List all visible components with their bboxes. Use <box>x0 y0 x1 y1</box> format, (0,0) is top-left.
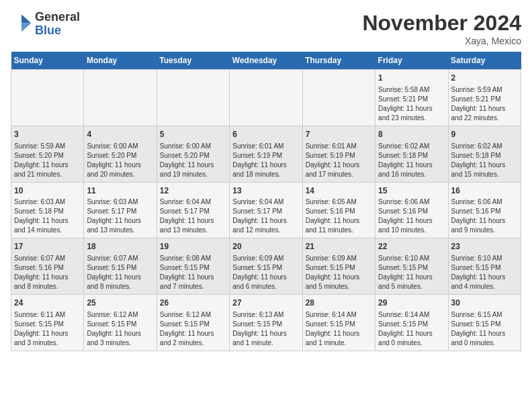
calendar-cell: 20Sunrise: 6:09 AM Sunset: 5:15 PM Dayli… <box>230 238 302 295</box>
page-header: General Blue November 2024 Xaya, Mexico <box>11 11 521 46</box>
day-number: 13 <box>232 185 299 197</box>
calendar-cell: 5Sunrise: 6:00 AM Sunset: 5:20 PM Daylig… <box>157 126 229 182</box>
day-content: Sunrise: 6:09 AM Sunset: 5:15 PM Dayligh… <box>232 254 299 291</box>
logo: General Blue <box>11 11 80 38</box>
day-content: Sunrise: 6:05 AM Sunset: 5:16 PM Dayligh… <box>306 197 372 235</box>
calendar-cell: 2Sunrise: 5:59 AM Sunset: 5:21 PM Daylig… <box>448 70 521 126</box>
day-number: 2 <box>451 73 518 84</box>
weekday-header-sunday: Sunday <box>11 52 84 70</box>
day-number: 28 <box>306 298 372 309</box>
day-number: 24 <box>14 298 81 309</box>
calendar-header: SundayMondayTuesdayWednesdayThursdayFrid… <box>11 52 521 70</box>
calendar-cell: 3Sunrise: 5:59 AM Sunset: 5:20 PM Daylig… <box>11 126 84 182</box>
month-title: November 2024 <box>362 11 521 36</box>
calendar-cell: 24Sunrise: 6:11 AM Sunset: 5:15 PM Dayli… <box>11 295 84 351</box>
logo-text: General Blue <box>35 11 80 38</box>
day-content: Sunrise: 5:58 AM Sunset: 5:21 PM Dayligh… <box>378 85 445 123</box>
day-number: 5 <box>160 129 226 140</box>
calendar-cell: 26Sunrise: 6:12 AM Sunset: 5:15 PM Dayli… <box>157 295 229 351</box>
day-content: Sunrise: 6:03 AM Sunset: 5:17 PM Dayligh… <box>87 197 153 235</box>
day-content: Sunrise: 6:10 AM Sunset: 5:15 PM Dayligh… <box>378 254 445 291</box>
calendar-cell: 8Sunrise: 6:02 AM Sunset: 5:18 PM Daylig… <box>375 126 448 182</box>
day-content: Sunrise: 6:07 AM Sunset: 5:16 PM Dayligh… <box>14 254 81 291</box>
day-content: Sunrise: 6:11 AM Sunset: 5:15 PM Dayligh… <box>14 310 81 348</box>
day-number: 21 <box>306 241 372 253</box>
calendar-body: 1Sunrise: 5:58 AM Sunset: 5:21 PM Daylig… <box>11 70 521 351</box>
day-content: Sunrise: 6:15 AM Sunset: 5:15 PM Dayligh… <box>451 310 518 348</box>
calendar-cell: 29Sunrise: 6:14 AM Sunset: 5:15 PM Dayli… <box>375 295 448 351</box>
calendar-cell: 18Sunrise: 6:07 AM Sunset: 5:15 PM Dayli… <box>84 238 157 295</box>
calendar-cell <box>157 70 229 126</box>
day-number: 9 <box>451 129 518 140</box>
day-number: 14 <box>306 185 372 197</box>
day-content: Sunrise: 6:14 AM Sunset: 5:15 PM Dayligh… <box>378 310 445 348</box>
day-content: Sunrise: 6:03 AM Sunset: 5:18 PM Dayligh… <box>14 197 81 235</box>
calendar-cell: 6Sunrise: 6:01 AM Sunset: 5:19 PM Daylig… <box>230 126 302 182</box>
day-number: 10 <box>14 185 81 197</box>
calendar-cell: 17Sunrise: 6:07 AM Sunset: 5:16 PM Dayli… <box>11 238 84 295</box>
day-number: 18 <box>87 241 153 253</box>
calendar-cell: 28Sunrise: 6:14 AM Sunset: 5:15 PM Dayli… <box>302 295 375 351</box>
calendar-cell: 14Sunrise: 6:05 AM Sunset: 5:16 PM Dayli… <box>302 182 375 238</box>
calendar-cell: 7Sunrise: 6:01 AM Sunset: 5:19 PM Daylig… <box>302 126 375 182</box>
weekday-header-wednesday: Wednesday <box>230 52 302 70</box>
calendar-week-0: 1Sunrise: 5:58 AM Sunset: 5:21 PM Daylig… <box>11 70 521 126</box>
calendar-week-4: 24Sunrise: 6:11 AM Sunset: 5:15 PM Dayli… <box>11 295 521 351</box>
weekday-header-thursday: Thursday <box>302 52 375 70</box>
calendar-cell: 10Sunrise: 6:03 AM Sunset: 5:18 PM Dayli… <box>11 182 84 238</box>
weekday-header-monday: Monday <box>84 52 157 70</box>
calendar-week-3: 17Sunrise: 6:07 AM Sunset: 5:16 PM Dayli… <box>11 238 521 295</box>
calendar-week-2: 10Sunrise: 6:03 AM Sunset: 5:18 PM Dayli… <box>11 182 521 238</box>
weekday-header-saturday: Saturday <box>448 52 521 70</box>
calendar-cell: 1Sunrise: 5:58 AM Sunset: 5:21 PM Daylig… <box>375 70 448 126</box>
day-number: 26 <box>160 298 226 309</box>
day-number: 29 <box>378 298 445 309</box>
day-number: 7 <box>306 129 372 140</box>
day-content: Sunrise: 6:06 AM Sunset: 5:16 PM Dayligh… <box>451 197 518 235</box>
calendar-cell: 11Sunrise: 6:03 AM Sunset: 5:17 PM Dayli… <box>84 182 157 238</box>
calendar-cell: 9Sunrise: 6:02 AM Sunset: 5:18 PM Daylig… <box>448 126 521 182</box>
day-content: Sunrise: 6:02 AM Sunset: 5:18 PM Dayligh… <box>451 142 518 179</box>
day-number: 16 <box>451 185 518 197</box>
day-content: Sunrise: 6:04 AM Sunset: 5:17 PM Dayligh… <box>160 197 226 235</box>
day-number: 4 <box>87 129 153 140</box>
day-content: Sunrise: 5:59 AM Sunset: 5:20 PM Dayligh… <box>14 142 81 179</box>
svg-marker-0 <box>21 14 31 23</box>
calendar-cell: 27Sunrise: 6:13 AM Sunset: 5:15 PM Dayli… <box>230 295 302 351</box>
day-number: 1 <box>378 73 445 84</box>
day-content: Sunrise: 6:06 AM Sunset: 5:16 PM Dayligh… <box>378 197 445 235</box>
calendar-cell <box>84 70 157 126</box>
day-content: Sunrise: 6:13 AM Sunset: 5:15 PM Dayligh… <box>232 310 299 348</box>
day-number: 22 <box>378 241 445 253</box>
logo-icon <box>11 13 32 35</box>
day-content: Sunrise: 6:04 AM Sunset: 5:17 PM Dayligh… <box>232 197 299 235</box>
logo-general: General <box>35 10 80 24</box>
calendar-cell <box>302 70 375 126</box>
calendar-cell: 22Sunrise: 6:10 AM Sunset: 5:15 PM Dayli… <box>375 238 448 295</box>
day-content: Sunrise: 6:07 AM Sunset: 5:15 PM Dayligh… <box>87 254 153 291</box>
calendar-table: SundayMondayTuesdayWednesdayThursdayFrid… <box>11 52 521 351</box>
calendar-cell: 25Sunrise: 6:12 AM Sunset: 5:15 PM Dayli… <box>84 295 157 351</box>
title-block: November 2024 Xaya, Mexico <box>362 11 521 46</box>
day-content: Sunrise: 6:12 AM Sunset: 5:15 PM Dayligh… <box>160 310 226 348</box>
logo-blue: Blue <box>35 24 61 37</box>
calendar-cell: 13Sunrise: 6:04 AM Sunset: 5:17 PM Dayli… <box>230 182 302 238</box>
day-number: 25 <box>87 298 153 309</box>
location: Xaya, Mexico <box>362 36 521 46</box>
day-number: 15 <box>378 185 445 197</box>
weekday-row: SundayMondayTuesdayWednesdayThursdayFrid… <box>11 52 521 70</box>
day-number: 12 <box>160 185 226 197</box>
day-content: Sunrise: 6:14 AM Sunset: 5:15 PM Dayligh… <box>306 310 372 348</box>
calendar-week-1: 3Sunrise: 5:59 AM Sunset: 5:20 PM Daylig… <box>11 126 521 182</box>
calendar-cell: 15Sunrise: 6:06 AM Sunset: 5:16 PM Dayli… <box>375 182 448 238</box>
calendar-cell: 4Sunrise: 6:00 AM Sunset: 5:20 PM Daylig… <box>84 126 157 182</box>
calendar-cell: 21Sunrise: 6:09 AM Sunset: 5:15 PM Dayli… <box>302 238 375 295</box>
calendar-cell: 23Sunrise: 6:10 AM Sunset: 5:15 PM Dayli… <box>448 238 521 295</box>
calendar-cell <box>11 70 84 126</box>
day-number: 30 <box>451 298 518 309</box>
day-content: Sunrise: 5:59 AM Sunset: 5:21 PM Dayligh… <box>451 85 518 123</box>
day-content: Sunrise: 6:00 AM Sunset: 5:20 PM Dayligh… <box>160 142 226 179</box>
day-number: 8 <box>378 129 445 140</box>
day-content: Sunrise: 6:02 AM Sunset: 5:18 PM Dayligh… <box>378 142 445 179</box>
day-content: Sunrise: 6:01 AM Sunset: 5:19 PM Dayligh… <box>306 142 372 179</box>
